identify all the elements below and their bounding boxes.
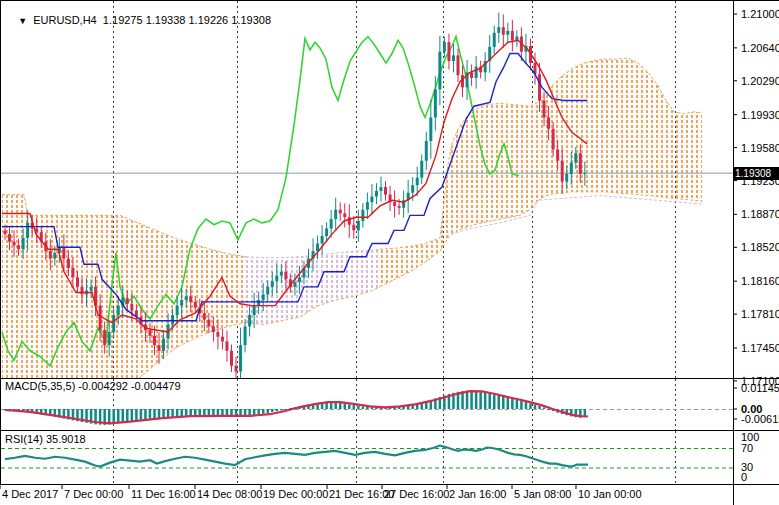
macd-histogram-bar bbox=[271, 409, 274, 412]
candle-body bbox=[108, 332, 111, 345]
macd-histogram-bar bbox=[547, 409, 550, 410]
macd-histogram-bar bbox=[529, 403, 532, 409]
macd-histogram-bar bbox=[208, 409, 211, 415]
candle-body bbox=[343, 213, 346, 217]
candle-body bbox=[216, 332, 219, 337]
macd-histogram-bar bbox=[257, 409, 260, 414]
candle-body bbox=[130, 304, 133, 311]
candle-body bbox=[176, 306, 179, 315]
candle-body bbox=[443, 42, 446, 51]
time-axis-label: 10 Jan 00:00 bbox=[578, 488, 642, 500]
candle-body bbox=[375, 191, 378, 197]
candle-body bbox=[126, 298, 129, 304]
candle-body bbox=[452, 55, 455, 61]
candle-body bbox=[511, 31, 514, 40]
candle-body bbox=[266, 287, 269, 295]
candle-body bbox=[221, 337, 224, 342]
candle-body bbox=[334, 210, 337, 219]
macd-axis-label: 0.011456 bbox=[741, 382, 779, 394]
macd-histogram-bar bbox=[262, 409, 265, 414]
macd-histogram-bar bbox=[144, 409, 147, 419]
macd-histogram-bar bbox=[117, 409, 120, 423]
candle-body bbox=[502, 27, 505, 35]
macd-histogram-bar bbox=[525, 402, 528, 409]
macd-histogram-bar bbox=[357, 406, 360, 409]
candle-body bbox=[352, 225, 355, 231]
candle-body bbox=[457, 55, 460, 75]
candle-body bbox=[379, 187, 382, 191]
macd-histogram-bar bbox=[498, 396, 501, 409]
macd-histogram-bar bbox=[149, 409, 152, 419]
candle-body bbox=[438, 52, 441, 90]
candle-body bbox=[271, 281, 274, 287]
chart-canvas[interactable]: 1.210001.206401.202901.199301.195801.192… bbox=[0, 0, 779, 505]
candle-body bbox=[280, 272, 283, 276]
candle-body bbox=[207, 320, 210, 327]
candle-body bbox=[53, 253, 56, 259]
macd-histogram-bar bbox=[339, 403, 342, 409]
symbol-dropdown-arrow[interactable]: ▼ bbox=[18, 16, 27, 26]
price-axis-label: 1.18520 bbox=[741, 241, 779, 253]
macd-histogram-bar bbox=[470, 391, 473, 409]
candle-body bbox=[447, 42, 450, 61]
price-axis[interactable]: 1.210001.206401.202901.199301.195801.192… bbox=[733, 8, 779, 483]
candle-body bbox=[189, 296, 192, 302]
time-axis-label: 7 Dec 00:00 bbox=[64, 488, 123, 500]
macd-histogram-bar bbox=[126, 409, 129, 422]
macd-histogram-bar bbox=[488, 393, 491, 409]
candle-body bbox=[17, 245, 20, 249]
candle-body bbox=[393, 202, 396, 206]
candle-body bbox=[497, 27, 500, 33]
chart-ohlc-title: ▼EURUSD,H4 1.19275 1.19338 1.19226 1.193… bbox=[6, 2, 271, 38]
time-axis-label: 4 Dec 2017 bbox=[2, 488, 58, 500]
macd-histogram-bar bbox=[171, 409, 174, 417]
macd-histogram-bar bbox=[176, 409, 179, 417]
price-axis-label: 1.21000 bbox=[741, 8, 779, 20]
candle-body bbox=[357, 221, 360, 230]
candle-body bbox=[543, 101, 546, 118]
candle-body bbox=[158, 345, 161, 351]
macd-histogram-bar bbox=[248, 409, 251, 416]
candle-body bbox=[339, 210, 342, 214]
candle-body bbox=[185, 296, 188, 300]
candle-body bbox=[398, 206, 401, 208]
candle-body bbox=[212, 326, 215, 332]
candle-body bbox=[370, 197, 373, 203]
price-axis-label: 1.20290 bbox=[741, 75, 779, 87]
candle-body bbox=[416, 178, 419, 186]
candle-body bbox=[538, 74, 541, 100]
candle-body bbox=[493, 33, 496, 47]
macd-histogram-bar bbox=[520, 401, 523, 409]
time-axis-label: 5 Jan 08:00 bbox=[514, 488, 572, 500]
candle-body bbox=[235, 366, 238, 372]
macd-histogram-bar bbox=[203, 409, 206, 415]
candle-body bbox=[148, 330, 151, 336]
macd-histogram-bar bbox=[194, 409, 197, 415]
macd-histogram-bar bbox=[199, 409, 202, 415]
macd-histogram-bar bbox=[167, 409, 170, 417]
candle-body bbox=[253, 306, 256, 315]
candle-body bbox=[298, 277, 301, 282]
macd-histogram-bar bbox=[475, 391, 478, 409]
rsi-axis-label: 0 bbox=[741, 471, 747, 483]
macd-histogram-bar bbox=[212, 409, 215, 416]
candle-body bbox=[90, 287, 93, 291]
macd-histogram-bar bbox=[158, 409, 161, 418]
macd-pane-title: MACD(5,35,5) -0.004292 -0.004479 bbox=[5, 380, 181, 392]
senkou-span-bottom bbox=[380, 192, 702, 287]
price-axis-label: 1.19930 bbox=[741, 109, 779, 121]
candle-body bbox=[366, 202, 369, 210]
candle-body bbox=[506, 31, 509, 35]
candle-body bbox=[22, 238, 25, 249]
time-axis[interactable]: 4 Dec 20177 Dec 00:0011 Dec 16:0014 Dec … bbox=[0, 485, 642, 500]
candle-body bbox=[275, 276, 278, 282]
candle-body bbox=[556, 149, 559, 160]
time-axis-label: 11 Dec 16:00 bbox=[131, 488, 196, 500]
candle-body bbox=[384, 187, 387, 195]
candle-body bbox=[117, 306, 120, 315]
candle-body bbox=[180, 300, 183, 306]
candle-body bbox=[71, 268, 74, 277]
macd-histogram-bar bbox=[479, 392, 482, 409]
macd-signal-line bbox=[5, 391, 588, 423]
candle-body bbox=[230, 351, 233, 366]
